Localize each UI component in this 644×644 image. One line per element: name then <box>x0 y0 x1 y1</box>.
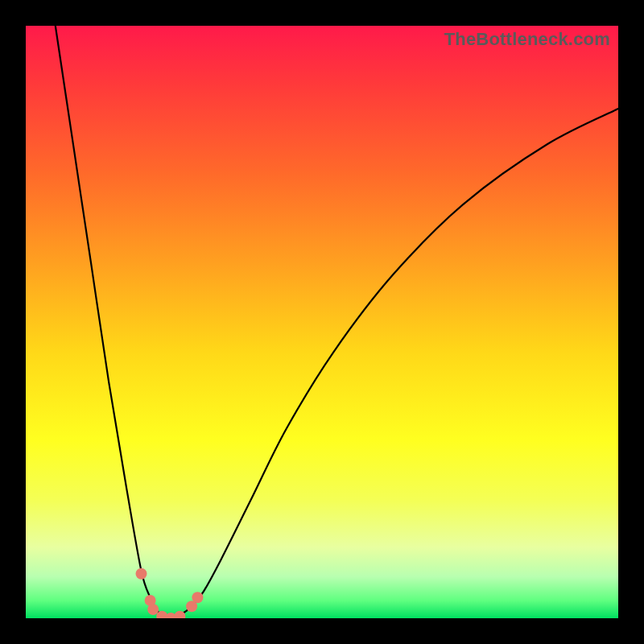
curve-svg <box>26 26 618 618</box>
curve-marker <box>192 592 203 603</box>
chart-frame: TheBottleneck.com <box>0 0 644 644</box>
plot-area: TheBottleneck.com <box>26 26 618 618</box>
curve-markers <box>136 568 204 618</box>
curve-marker <box>136 568 147 580</box>
curve-marker <box>147 604 159 615</box>
bottleneck-curve <box>56 26 618 618</box>
